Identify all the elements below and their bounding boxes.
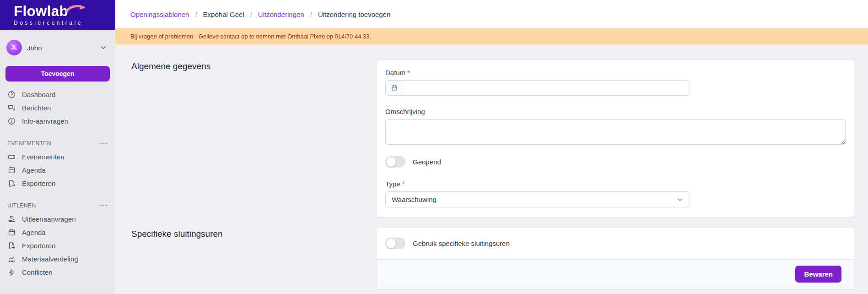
breadcrumb-separator: /	[310, 11, 312, 18]
toggle-knob	[386, 239, 396, 248]
user-menu[interactable]: JL John	[0, 30, 115, 58]
sidebar-item-label: Agenda	[22, 229, 46, 236]
section-menu-icon[interactable]: ⋯	[100, 203, 108, 208]
calendar-icon	[7, 166, 16, 174]
sidebar-item-conflicten[interactable]: Conflicten	[7, 266, 115, 279]
section-title: Algemene gegevens	[131, 60, 376, 71]
nav-section-title: EVENEMENTEN	[7, 140, 51, 147]
breadcrumb-current: Uitzondering toevoegen	[318, 11, 390, 18]
export-icon	[7, 179, 16, 188]
calendar-picker-button[interactable]	[385, 80, 403, 96]
datum-input[interactable]	[403, 80, 690, 96]
sidebar-item-exporteren-evenementen[interactable]: Exporteren	[7, 177, 115, 190]
sidebar-item-label: Conflicten	[22, 268, 53, 276]
sidebar-item-label: Exporteren	[22, 180, 55, 187]
geopend-toggle-row: Geopend	[385, 156, 846, 168]
omschrijving-label: Omschrijving	[385, 108, 846, 115]
nav-section-title: UITLENEN	[7, 202, 36, 209]
geopend-label: Geopend	[413, 158, 441, 166]
field-datum: Datum*	[385, 69, 846, 96]
sidebar-item-label: Evenementen	[22, 153, 65, 161]
brand-subtitle: Dossiercentrale	[14, 20, 115, 26]
contact-banner: Bij vragen of problemen - Gelieve contac…	[115, 28, 868, 44]
messages-icon	[7, 103, 16, 112]
sidebar-item-label: Exporteren	[22, 242, 55, 250]
geopend-toggle[interactable]	[385, 156, 405, 168]
sluitingsuren-toggle-label: Gebruik specifieke sluitingsuren	[413, 240, 510, 247]
sidebar-item-agenda-uitlenen[interactable]: Agenda	[7, 226, 115, 239]
info-icon	[7, 117, 16, 125]
breadcrumb-separator: /	[250, 11, 252, 18]
sidebar-item-berichten[interactable]: Berichten	[7, 101, 115, 114]
sidebar-item-label: Dashboard	[22, 91, 55, 98]
sidebar-item-uitleenaanvragen[interactable]: Uitleenaanvragen	[7, 212, 115, 226]
sluitingsuren-toggle[interactable]	[385, 238, 405, 249]
sidebar-item-label: Berichten	[22, 104, 51, 112]
required-marker: *	[402, 180, 405, 188]
sidebar-item-materiaalverdeling[interactable]: Materiaalverdeling	[7, 252, 115, 266]
type-label: Type*	[385, 180, 846, 188]
nav-section-uitlenen: UITLENEN ⋯	[7, 202, 108, 209]
save-button[interactable]: Bewaren	[795, 266, 841, 283]
breadcrumb-openingssjablonen[interactable]: Openingssjablonen	[130, 11, 189, 18]
toggle-knob	[386, 157, 396, 167]
sidebar-item-label: Agenda	[22, 166, 46, 174]
user-name: John	[27, 44, 95, 52]
breadcrumb-separator: /	[195, 11, 197, 18]
type-select[interactable]: Waarschuwing	[385, 191, 690, 207]
calendar-icon	[391, 84, 398, 92]
sidebar-item-evenementen[interactable]: Evenementen	[7, 150, 115, 163]
nav-section-evenementen: EVENEMENTEN ⋯	[7, 140, 108, 147]
page-content: Algemene gegevens Datum*	[115, 44, 868, 294]
datum-label: Datum*	[385, 69, 846, 76]
general-card: Datum* Omschrijving	[376, 60, 855, 218]
sluitingsuren-card: Gebruik specifieke sluitingsuren Bewaren	[376, 227, 855, 289]
sidebar-item-agenda-evenementen[interactable]: Agenda	[7, 163, 115, 177]
breadcrumb-uitzonderingen[interactable]: Uitzonderingen	[258, 11, 304, 18]
chevron-down-icon	[100, 44, 107, 51]
sidebar-item-label: Materiaalverdeling	[22, 255, 78, 263]
omschrijving-textarea[interactable]	[385, 119, 846, 145]
breadcrumb-expohal-geel: Expohal Geel	[203, 11, 244, 18]
field-omschrijving: Omschrijving	[385, 108, 846, 145]
sidebar-item-label: Info-aanvragen	[22, 117, 68, 125]
lightning-icon	[7, 268, 16, 277]
sidebar-item-info-aanvragen[interactable]: Info-aanvragen	[7, 114, 115, 128]
sidebar-nav: Dashboard Berichten Info-aanvragen EVENE…	[0, 88, 115, 279]
breadcrumb: Openingssjablonen / Expohal Geel / Uitzo…	[115, 0, 868, 28]
brand-header: Flowlab Dossiercentrale	[0, 0, 115, 30]
card-footer: Bewaren	[377, 259, 854, 289]
loan-icon	[7, 215, 16, 223]
chart-icon	[7, 255, 16, 263]
sluitingsuren-toggle-row: Gebruik specifieke sluitingsuren	[377, 228, 854, 259]
dashboard-icon	[7, 90, 16, 99]
export-icon	[7, 241, 16, 250]
required-marker: *	[407, 69, 410, 76]
add-button[interactable]: Toevoegen	[5, 66, 110, 82]
brand-logo: Flowlab	[14, 4, 115, 19]
sidebar-item-dashboard[interactable]: Dashboard	[7, 88, 115, 101]
main-area: Openingssjablonen / Expohal Geel / Uitzo…	[115, 0, 868, 294]
chevron-down-icon	[676, 196, 684, 203]
sidebar: Flowlab Dossiercentrale JL John Toevoege…	[0, 0, 115, 294]
sidebar-item-exporteren-uitlenen[interactable]: Exporteren	[7, 239, 115, 252]
section-specifieke-sluitingsuren: Specifieke sluitingsuren Gebruik specifi…	[131, 227, 855, 289]
section-title: Specifieke sluitingsuren	[131, 227, 376, 239]
ticket-icon	[7, 152, 16, 161]
calendar-icon	[7, 228, 16, 237]
brand-arrow-icon	[65, 4, 87, 14]
contact-banner-text: Bij vragen of problemen - Gelieve contac…	[130, 33, 371, 40]
avatar: JL	[6, 40, 22, 55]
section-menu-icon[interactable]: ⋯	[100, 141, 108, 146]
sidebar-item-label: Uitleenaanvragen	[22, 215, 76, 223]
field-type: Type* Waarschuwing	[385, 180, 846, 207]
type-select-value: Waarschuwing	[392, 196, 437, 203]
section-algemene-gegevens: Algemene gegevens Datum*	[131, 60, 855, 218]
